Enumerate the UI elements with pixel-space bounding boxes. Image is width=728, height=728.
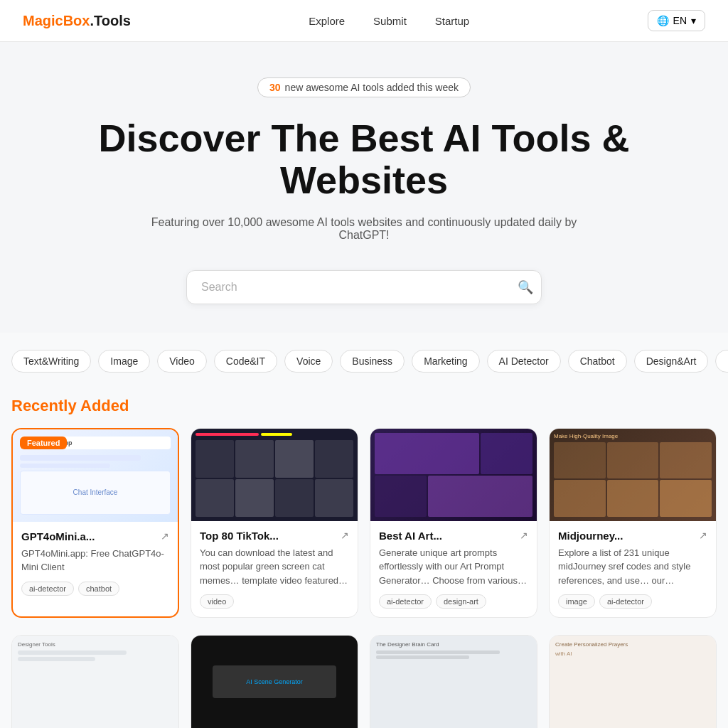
card-thumbnail: AI Scene Generator: [191, 636, 358, 728]
card-thumbnail: Make High-Quality Image: [550, 429, 716, 521]
category-pill-chatbot[interactable]: Chatbot: [568, 350, 627, 373]
search-button[interactable]: 🔍: [518, 279, 533, 295]
category-pill-video[interactable]: Video: [157, 350, 207, 373]
card-description: Generate unique art prompts effortlessly…: [379, 546, 528, 588]
category-pill-ai-detector[interactable]: AI Detector: [487, 350, 561, 373]
tool-card[interactable]: The Designer Brain Card The Designer...: [370, 635, 537, 728]
tool-card[interactable]: Top 80 TikTok...↗You can download the la…: [191, 428, 358, 619]
external-link-icon[interactable]: ↗: [161, 530, 169, 542]
hero-title: Discover The Best AI Tools & Websites: [44, 117, 684, 202]
category-pill-text-writing[interactable]: Text&Writing: [11, 350, 91, 373]
category-pill-design-art[interactable]: Design&Art: [634, 350, 709, 373]
card-tag[interactable]: video: [200, 594, 234, 609]
badge-number: 30: [269, 82, 281, 93]
tool-card[interactable]: AI Scene Generator AI Scene Gen...: [191, 635, 358, 728]
external-link-icon[interactable]: ↗: [699, 530, 707, 541]
logo[interactable]: MagicBox.Tools: [23, 13, 131, 29]
card-tag[interactable]: image: [558, 594, 595, 609]
lang-selector[interactable]: 🌐 EN ▾: [648, 10, 705, 31]
nav-startup[interactable]: Startup: [435, 15, 469, 27]
card-title: Best AI Art...: [379, 530, 442, 542]
card-description: You can download the latest and most pop…: [200, 546, 349, 588]
featured-badge: Featured: [20, 437, 67, 449]
card-title: GPT4oMini.a...: [21, 530, 95, 542]
section-title: Recently Added: [11, 397, 717, 415]
card-title: Midjourney...: [558, 530, 623, 542]
tool-card[interactable]: Featured GPT4oMini.app Chat Interface GP…: [11, 428, 179, 619]
logo-brand: MagicBox: [23, 13, 90, 28]
search-bar: 🔍: [186, 270, 542, 304]
category-pill-business[interactable]: Business: [340, 350, 405, 373]
card-thumbnail: The Designer Brain Card: [370, 636, 537, 728]
card-description: GPT4oMini.app: Free ChatGPT4o-Mini Clien…: [21, 547, 169, 574]
globe-icon: 🌐: [657, 15, 669, 26]
card-tag[interactable]: ai-detector: [21, 582, 74, 596]
logo-suffix: .Tools: [90, 13, 130, 28]
card-thumbnail: Designer Tools: [12, 636, 178, 728]
tool-card[interactable]: Create Personalized Prayers with AI Pray…: [549, 635, 717, 728]
cards-grid-2: Designer Tools Designer Tool... AI Scene…: [11, 635, 717, 728]
search-input[interactable]: [186, 270, 542, 304]
cards-grid: Featured GPT4oMini.app Chat Interface GP…: [11, 428, 717, 636]
navbar: MagicBox.Tools Explore Submit Startup 🌐 …: [0, 0, 728, 42]
external-link-icon[interactable]: ↗: [341, 530, 349, 541]
lang-label: EN: [673, 15, 687, 26]
category-pill-marketing[interactable]: Marketing: [412, 350, 479, 373]
card-description: Explore a list of 231 unique midJourney …: [558, 546, 707, 588]
categories-bar: Text&WritingImageVideoCode&ITVoiceBusine…: [0, 333, 728, 380]
badge: 30 new awesome AI tools added this week: [257, 77, 471, 97]
card-thumbnail: [191, 429, 358, 521]
category-pill-voice[interactable]: Voice: [284, 350, 333, 373]
chevron-down-icon: ▾: [691, 15, 696, 26]
card-tag[interactable]: chatbot: [78, 582, 119, 596]
nav-links: Explore Submit Startup: [309, 15, 469, 27]
hero-section: 30 new awesome AI tools added this week …: [0, 42, 728, 333]
card-thumbnail: [370, 429, 537, 521]
hero-subtitle: Featuring over 10,000 awesome AI tools w…: [136, 216, 592, 242]
tool-card[interactable]: Designer Tools Designer Tool...: [11, 635, 179, 728]
tool-card[interactable]: Make High-Quality Image Midjourney...↗Ex…: [549, 428, 717, 619]
badge-text: new awesome AI tools added this week: [285, 82, 459, 93]
card-tag[interactable]: ai-detector: [599, 594, 652, 609]
nav-explore[interactable]: Explore: [309, 15, 345, 27]
tool-card[interactable]: Best AI Art...↗Generate unique art promp…: [370, 428, 537, 619]
category-pill-life-assistant[interactable]: Life Assistant: [715, 350, 728, 373]
recently-added-section: Recently Added Featured GPT4oMini.app Ch…: [0, 380, 728, 728]
search-icon: 🔍: [518, 280, 533, 294]
card-tag[interactable]: design-art: [436, 594, 486, 609]
nav-submit[interactable]: Submit: [373, 15, 407, 27]
card-title: Top 80 TikTok...: [200, 530, 279, 542]
category-pill-code-it[interactable]: Code&IT: [214, 350, 277, 373]
category-pill-image[interactable]: Image: [98, 350, 150, 373]
card-tag[interactable]: ai-detector: [379, 594, 432, 609]
external-link-icon[interactable]: ↗: [520, 530, 528, 541]
card-thumbnail: Create Personalized Prayers with AI: [550, 636, 716, 728]
